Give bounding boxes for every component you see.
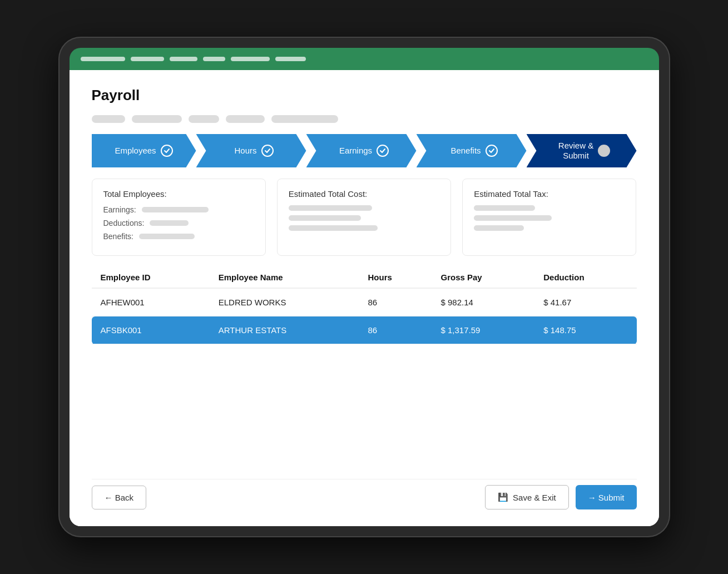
summary-line xyxy=(474,205,625,211)
col-header-hours: Hours xyxy=(359,267,432,288)
summary-card-title: Total Employees: xyxy=(103,189,254,199)
col-header-employee-name: Employee Name xyxy=(210,267,359,288)
tablet-top-pill xyxy=(81,57,125,61)
tablet-top-pill xyxy=(231,57,270,61)
cell-employee_name: ELDRED WORKS xyxy=(210,288,359,316)
nav-pill xyxy=(226,115,265,123)
step-label-employees: Employees xyxy=(115,146,156,156)
footer-bar: ← Back 💾 Save & Exit → Submit xyxy=(92,479,637,509)
data-table: Employee IDEmployee NameHoursGross PayDe… xyxy=(92,267,637,344)
table-head: Employee IDEmployee NameHoursGross PayDe… xyxy=(92,267,637,288)
summary-bar xyxy=(289,205,372,211)
summary-card-estimated-cost: Estimated Total Cost: xyxy=(277,179,451,256)
summary-bar xyxy=(289,215,361,221)
cell-deduction: $ 41.67 xyxy=(534,288,636,316)
summary-line: Earnings: xyxy=(103,205,254,214)
step-label-hours: Hours xyxy=(234,146,256,156)
nav-pill xyxy=(271,115,338,123)
cell-employee_id: AFHEW001 xyxy=(92,288,210,316)
cell-employee_id: AFSBK001 xyxy=(92,316,210,344)
summary-line xyxy=(289,225,439,231)
summary-bar xyxy=(150,220,189,226)
step-earnings[interactable]: Earnings xyxy=(306,134,417,167)
summary-line-label: Deductions: xyxy=(103,219,145,227)
summary-line: Deductions: xyxy=(103,219,254,227)
summary-card-title: Estimated Total Tax: xyxy=(474,189,625,199)
summary-line-label: Benefits: xyxy=(103,232,133,241)
summary-line xyxy=(289,205,439,211)
stepper: EmployeesHoursEarningsBenefitsReview & S… xyxy=(92,134,637,167)
nav-pill xyxy=(132,115,182,123)
back-button[interactable]: ← Back xyxy=(92,486,147,509)
col-header-gross-pay: Gross Pay xyxy=(432,267,535,288)
summary-card-total-employees: Total Employees:Earnings:Deductions:Bene… xyxy=(92,179,266,256)
page-title: Payroll xyxy=(92,87,637,104)
step-label-review-submit: Review & Submit xyxy=(558,141,593,161)
save-exit-button[interactable]: 💾 Save & Exit xyxy=(485,485,569,509)
nav-pill xyxy=(92,115,125,123)
summary-line: Benefits: xyxy=(103,232,254,241)
summary-line xyxy=(474,215,625,221)
step-hours[interactable]: Hours xyxy=(196,134,306,167)
tablet-top-pill xyxy=(275,57,306,61)
save-icon: 💾 xyxy=(498,492,508,502)
footer-right: 💾 Save & Exit → Submit xyxy=(485,485,636,509)
step-benefits[interactable]: Benefits xyxy=(417,134,527,167)
summary-bar xyxy=(474,205,535,211)
cell-hours: 86 xyxy=(359,288,432,316)
nav-skeleton xyxy=(92,115,637,123)
table-row[interactable]: AFHEW001ELDRED WORKS86$ 982.14$ 41.67 xyxy=(92,288,637,316)
step-review-submit[interactable]: Review & Submit xyxy=(527,134,637,167)
save-label: Save & Exit xyxy=(513,493,556,502)
summary-line-label: Earnings: xyxy=(103,205,136,214)
cell-hours: 86 xyxy=(359,316,432,344)
table-body: AFHEW001ELDRED WORKS86$ 982.14$ 41.67AFS… xyxy=(92,288,637,344)
col-header-employee-id: Employee ID xyxy=(92,267,210,288)
cell-deduction: $ 148.75 xyxy=(534,316,636,344)
summary-bar xyxy=(474,225,524,231)
app-container: Payroll EmployeesHoursEarningsBenefitsRe… xyxy=(70,70,659,526)
step-label-benefits: Benefits xyxy=(450,146,481,156)
step-check-employees xyxy=(161,145,173,157)
step-label-earnings: Earnings xyxy=(339,146,372,156)
step-check-benefits xyxy=(486,145,498,157)
table-row[interactable]: AFSBK001ARTHUR ESTATS86$ 1,317.59$ 148.7… xyxy=(92,316,637,344)
table-section: Employee IDEmployee NameHoursGross PayDe… xyxy=(92,267,637,468)
col-header-deduction: Deduction xyxy=(534,267,636,288)
step-employees[interactable]: Employees xyxy=(92,134,196,167)
summary-bar xyxy=(142,207,209,212)
summary-row: Total Employees:Earnings:Deductions:Bene… xyxy=(92,179,637,256)
step-check-earnings xyxy=(377,145,389,157)
step-check-hours xyxy=(261,145,274,157)
nav-pill xyxy=(189,115,219,123)
summary-line xyxy=(289,215,439,221)
summary-bar xyxy=(474,215,552,221)
tablet-top-bar xyxy=(70,48,659,70)
summary-line xyxy=(474,225,625,231)
cell-gross_pay: $ 982.14 xyxy=(432,288,535,316)
summary-bar xyxy=(139,234,195,239)
tablet-frame: Payroll EmployeesHoursEarningsBenefitsRe… xyxy=(58,37,670,537)
tablet-top-pill xyxy=(170,57,197,61)
cell-employee_name: ARTHUR ESTATS xyxy=(210,316,359,344)
submit-button[interactable]: → Submit xyxy=(576,485,637,509)
tablet-screen: Payroll EmployeesHoursEarningsBenefitsRe… xyxy=(70,70,659,526)
tablet-top-pill xyxy=(131,57,164,61)
cell-gross_pay: $ 1,317.59 xyxy=(432,316,535,344)
step-check-review-submit xyxy=(598,145,610,157)
summary-card-estimated-tax: Estimated Total Tax: xyxy=(462,179,636,256)
summary-card-title: Estimated Total Cost: xyxy=(289,189,439,199)
tablet-top-pill xyxy=(203,57,225,61)
summary-bar xyxy=(289,225,378,231)
